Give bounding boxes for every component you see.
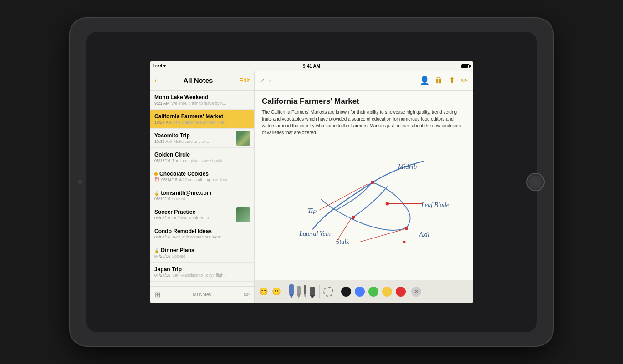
note-item-condo-remodel[interactable]: Condo Remodel Ideas 05/04/16 sync with c… xyxy=(150,224,254,243)
person-icon[interactable]: 👤 xyxy=(419,76,429,86)
emoji-happy-icon[interactable]: 😊 xyxy=(259,287,268,296)
pen-tool-2[interactable] xyxy=(296,285,301,300)
note-item-tomsmith[interactable]: 🔒 tomsmith@me.com 05/10/16 Locked xyxy=(150,186,254,205)
svg-marker-20 xyxy=(304,294,306,298)
note-meta: 9:21 AM We should aim to leave by n... xyxy=(154,101,250,106)
svg-rect-15 xyxy=(289,284,294,294)
note-item-california-farmers[interactable]: California Farmers' Market 10:24 AM The … xyxy=(150,110,254,129)
battery-icon xyxy=(461,64,470,68)
svg-point-2 xyxy=(352,216,355,219)
note-item-mono-lake[interactable]: Mono Lake Weekend 9:21 AM We should aim … xyxy=(150,91,254,110)
compose-icon[interactable]: ✏ xyxy=(461,76,468,86)
note-detail-panel: ⤢ ↙ 👤 🗑 ⬆ ✏ California Farmers' Market xyxy=(255,71,473,303)
note-item-japan-trip[interactable]: Japan Trip 04/24/16 San Francisco to Tok… xyxy=(150,263,254,282)
svg-text:Tip: Tip xyxy=(308,207,317,214)
lock-icon: 🔒 xyxy=(154,191,159,196)
note-date: 05/04/16 xyxy=(154,235,170,239)
color-blue[interactable] xyxy=(355,287,365,297)
share-icon[interactable]: ⬆ xyxy=(449,76,455,86)
svg-text:Stalk: Stalk xyxy=(336,238,349,245)
orange-dot-icon xyxy=(154,172,158,176)
svg-text:Axil: Axil xyxy=(419,231,429,238)
note-date: 05/18/16 xyxy=(154,158,170,163)
note-item-dinner-plans[interactable]: 🔒 Dinner Plans 04/28/16 Locked xyxy=(150,243,254,263)
note-meta: 04/24/16 San Francisco to Tokyo fligh... xyxy=(154,273,250,278)
pen-tools-group xyxy=(289,283,316,300)
battery-fill xyxy=(462,65,468,68)
color-yellow[interactable] xyxy=(382,287,392,297)
svg-text:Lateral Vein: Lateral Vein xyxy=(299,230,331,237)
svg-point-1 xyxy=(386,202,389,205)
lock-icon: 🔒 xyxy=(154,248,159,253)
note-title: Chocolate Cookies xyxy=(154,171,250,177)
trash-icon[interactable]: 🗑 xyxy=(435,76,443,85)
note-title: 🔒 tomsmith@me.com xyxy=(154,190,250,196)
detail-toolbar-left: ⤢ ↙ xyxy=(260,77,272,84)
note-preview: San Francisco to Tokyo fligh... xyxy=(172,273,250,278)
emoji-neutral-icon[interactable]: 😐 xyxy=(272,287,281,296)
note-date: 04/24/16 xyxy=(154,273,170,278)
note-title: Golden Circle xyxy=(154,152,250,158)
note-item-golden-circle[interactable]: Golden Circle 05/18/16 The three places … xyxy=(150,148,254,167)
note-meta: 05/18/16 The three places we should... xyxy=(154,158,250,163)
toolbar-separator-2 xyxy=(319,285,320,298)
back-chevron-icon: ‹ xyxy=(154,76,157,85)
svg-line-12 xyxy=(360,229,404,242)
note-preview: Make sure to pick... xyxy=(174,139,232,144)
note-preview: 4/12 cups all-purpose flour... xyxy=(179,177,250,182)
svg-marker-22 xyxy=(310,295,315,298)
notes-count: 50 Notes xyxy=(160,292,244,297)
color-black[interactable] xyxy=(341,287,351,297)
edit-button[interactable]: Edit xyxy=(240,77,250,84)
toolbar-separator-3 xyxy=(337,285,337,298)
detail-toolbar: ⤢ ↙ 👤 🗑 ⬆ ✏ xyxy=(255,71,473,91)
detail-toolbar-right: 👤 🗑 ⬆ ✏ xyxy=(419,76,468,86)
grid-icon[interactable]: ⊞ xyxy=(154,290,160,299)
note-meta: 05/10/16 Locked xyxy=(154,197,250,201)
compose-button[interactable]: ✏ xyxy=(244,290,250,299)
note-date: 04/28/16 xyxy=(154,254,170,258)
note-item-soccer-practice[interactable]: Soccer Practice 05/06/16 Defense weak. R… xyxy=(150,205,254,224)
svg-marker-16 xyxy=(289,294,294,298)
svg-point-3 xyxy=(405,227,408,230)
note-meta: 10:24 AM The California Farmers' Mar... xyxy=(154,120,250,125)
ipad-device: iPad ▾ 9:41 AM ‹ xyxy=(70,18,553,346)
toolbar-separator-1 xyxy=(285,285,285,298)
pen-tool-4[interactable] xyxy=(309,286,316,300)
notes-header: ‹ All Notes Edit xyxy=(150,71,254,91)
note-preview: We should aim to leave by n... xyxy=(171,101,250,106)
note-title: Condo Remodel Ideas xyxy=(154,228,250,234)
notes-scroll[interactable]: Mono Lake Weekend 9:21 AM We should aim … xyxy=(150,91,254,286)
note-thumbnail-yosemite xyxy=(236,131,250,146)
close-color-button[interactable]: ✕ xyxy=(411,287,421,297)
note-item-yosemite[interactable]: Yosemite Trip 10:32 AM Make sure to pick… xyxy=(150,129,254,148)
note-item-chocolate-cookies[interactable]: Chocolate Cookies ⏰ 05/14/16 4/12 cups a… xyxy=(150,167,254,186)
back-button[interactable]: ‹ xyxy=(154,76,157,85)
lasso-tool[interactable] xyxy=(323,287,333,297)
svg-point-4 xyxy=(403,241,406,243)
drawing-svg: Tip Midrib Leaf Blade Lateral Vein Stalk xyxy=(262,141,466,250)
svg-rect-19 xyxy=(304,285,306,294)
color-green[interactable] xyxy=(368,287,378,297)
status-bar-right xyxy=(461,64,470,68)
expand-icon[interactable]: ⤢ xyxy=(260,77,265,84)
note-date: 05/06/16 xyxy=(154,216,170,220)
home-button[interactable] xyxy=(526,173,545,191)
svg-rect-21 xyxy=(310,287,315,295)
note-title: Soccer Practice xyxy=(154,209,232,215)
pen-tool-3[interactable] xyxy=(303,284,307,300)
note-meta: 05/06/16 Defense weak. Rota... xyxy=(154,216,232,220)
note-preview: The three places we should... xyxy=(172,158,250,163)
pen-tool-1[interactable] xyxy=(289,283,294,300)
note-detail-body: The California Farmers' Markets are know… xyxy=(262,109,466,136)
note-meta: ⏰ 05/14/16 4/12 cups all-purpose flour..… xyxy=(154,177,250,182)
note-meta: 10:32 AM Make sure to pick... xyxy=(154,139,232,144)
expand-label: ↙ xyxy=(268,78,272,83)
note-detail-title: California Farmers' Market xyxy=(262,97,466,106)
status-bar: iPad ▾ 9:41 AM xyxy=(150,61,473,71)
color-red[interactable] xyxy=(396,287,406,297)
status-bar-left: iPad ▾ xyxy=(153,64,166,68)
note-title: Mono Lake Weekend xyxy=(154,94,250,101)
notes-list-title: All Notes xyxy=(183,76,213,84)
svg-point-0 xyxy=(371,181,374,184)
